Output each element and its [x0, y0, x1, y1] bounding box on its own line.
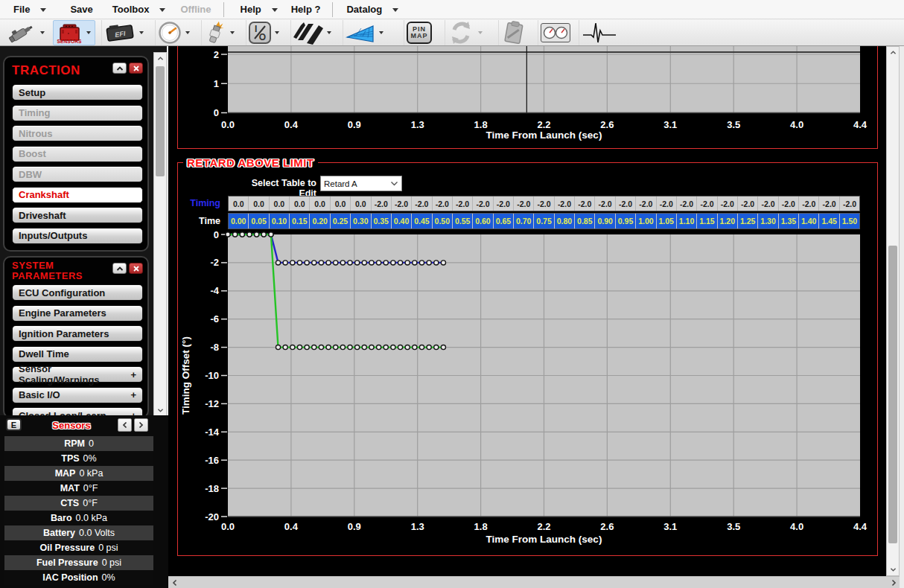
data-point[interactable]	[391, 345, 395, 350]
scrollbar-down-arrow[interactable]	[154, 405, 166, 416]
data-point[interactable]	[369, 345, 374, 350]
timing-cell[interactable]: -2.0	[635, 196, 655, 211]
data-point[interactable]	[297, 345, 302, 350]
time-cell[interactable]: 0.60	[472, 214, 492, 229]
time-cell[interactable]: 0.75	[533, 214, 553, 229]
timing-cell[interactable]: -2.0	[717, 196, 737, 211]
time-cell[interactable]: 1.35	[778, 214, 798, 229]
scrollbar-thumb[interactable]	[888, 246, 897, 543]
timing-cell[interactable]: 0.0	[229, 196, 248, 211]
timing-cell[interactable]: -2.0	[676, 196, 696, 211]
time-cell[interactable]: 0.65	[493, 214, 513, 229]
sidebar-button-dwell-time[interactable]: Dwell Time	[12, 346, 143, 362]
data-point[interactable]	[283, 345, 287, 350]
data-point[interactable]	[405, 261, 410, 265]
scrollbar-up-arrow[interactable]	[154, 53, 166, 64]
data-point[interactable]	[326, 345, 331, 350]
data-point[interactable]	[290, 345, 295, 350]
sidebar-button-ignition-parameters[interactable]: Ignition Parameters	[12, 325, 143, 342]
data-point[interactable]	[312, 345, 316, 350]
data-point[interactable]	[427, 345, 431, 350]
time-cell[interactable]: 0.50	[432, 214, 452, 229]
scrollbar-left-arrow[interactable]	[168, 577, 180, 588]
traction-close-button[interactable]	[129, 63, 143, 74]
data-point[interactable]	[297, 261, 302, 265]
chevron-down-icon[interactable]	[139, 31, 144, 34]
time-cell[interactable]: 0.40	[391, 214, 411, 229]
sidebar-button-basic-i-o[interactable]: Basic I/O+	[12, 387, 143, 403]
menu-item-help[interactable]: Help ?	[291, 4, 321, 15]
data-point[interactable]	[419, 261, 424, 265]
data-point[interactable]	[276, 345, 280, 350]
data-point[interactable]	[254, 232, 258, 237]
chevron-down-icon[interactable]	[478, 31, 483, 34]
timing-cell[interactable]: -2.0	[493, 196, 513, 211]
toolbar-button-gauges[interactable]	[538, 20, 573, 45]
timing-cell[interactable]: 0.0	[350, 196, 370, 211]
data-point[interactable]	[276, 261, 280, 265]
toolbar-button-waveform[interactable]	[579, 20, 620, 45]
time-cell[interactable]: 0.30	[350, 214, 370, 229]
chevron-down-icon[interactable]	[185, 31, 190, 34]
data-point[interactable]	[413, 345, 417, 350]
data-point[interactable]	[434, 261, 439, 265]
main-vertical-scrollbar[interactable]	[886, 46, 900, 576]
data-point[interactable]	[334, 345, 338, 350]
toolbar-button-surface-map[interactable]	[343, 20, 387, 45]
data-point[interactable]	[290, 261, 295, 265]
menu-item-help[interactable]: Help	[241, 4, 278, 15]
toolbar-button-pin-map[interactable]: PINMAP	[404, 20, 434, 45]
data-point[interactable]	[233, 232, 238, 237]
data-point[interactable]	[269, 232, 273, 237]
time-cell[interactable]: 0.20	[309, 214, 329, 229]
data-point[interactable]	[348, 345, 352, 350]
timing-cell[interactable]: -2.0	[371, 196, 391, 211]
toolbar-button-sparkplug[interactable]	[201, 20, 238, 45]
data-point[interactable]	[434, 345, 439, 350]
timing-cell[interactable]: -2.0	[554, 196, 574, 211]
data-point[interactable]	[240, 232, 244, 237]
data-point[interactable]	[334, 261, 338, 265]
toolbar-button-sensors[interactable]: SENSORS	[53, 20, 95, 45]
timing-cell[interactable]: -2.0	[391, 196, 411, 211]
data-point[interactable]	[398, 261, 402, 265]
main-horizontal-scrollbar[interactable]	[168, 576, 900, 588]
time-cell[interactable]: 1.40	[798, 214, 818, 229]
menu-item-save[interactable]: Save	[70, 4, 92, 15]
time-cell[interactable]: 0.95	[615, 214, 635, 229]
sidebar-button-inputs-outputs[interactable]: Inputs/Outputs	[12, 228, 143, 244]
sidebar-scrollbar[interactable]	[153, 52, 167, 417]
toolbar-button-sync[interactable]	[445, 20, 486, 45]
data-point[interactable]	[348, 261, 352, 265]
time-cell[interactable]: 1.20	[717, 214, 737, 229]
time-cell[interactable]: 0.00	[229, 214, 248, 229]
data-point[interactable]	[362, 261, 366, 265]
data-point[interactable]	[405, 345, 410, 350]
system-collapse-button[interactable]	[112, 263, 127, 274]
time-cell[interactable]: 1.50	[839, 214, 859, 229]
scrollbar-right-arrow[interactable]	[888, 577, 900, 588]
time-cell[interactable]: 0.85	[574, 214, 594, 229]
scrollbar-up-arrow[interactable]	[887, 47, 899, 58]
timing-cell[interactable]: -2.0	[533, 196, 553, 211]
timing-cell[interactable]: -2.0	[656, 196, 676, 211]
timing-cell[interactable]: -2.0	[615, 196, 635, 211]
toolbar-button-stripes[interactable]	[290, 20, 335, 45]
data-point[interactable]	[377, 345, 381, 350]
chevron-down-icon[interactable]	[86, 31, 91, 34]
time-cell[interactable]: 0.10	[269, 214, 289, 229]
time-cell[interactable]: 0.35	[371, 214, 391, 229]
timing-cell[interactable]: -2.0	[594, 196, 614, 211]
data-point[interactable]	[283, 261, 287, 265]
sidebar-button-engine-parameters[interactable]: Engine Parameters	[12, 305, 143, 322]
data-point[interactable]	[419, 345, 424, 350]
sidebar-button-driveshaft[interactable]: Driveshaft	[12, 207, 143, 223]
chevron-down-icon[interactable]	[379, 31, 383, 34]
scrollbar-down-arrow[interactable]	[887, 564, 899, 575]
time-cell[interactable]: 0.80	[554, 214, 574, 229]
data-point[interactable]	[355, 345, 360, 350]
data-point[interactable]	[261, 232, 266, 237]
data-point[interactable]	[340, 261, 345, 265]
data-point[interactable]	[305, 261, 309, 265]
data-point[interactable]	[369, 261, 374, 265]
